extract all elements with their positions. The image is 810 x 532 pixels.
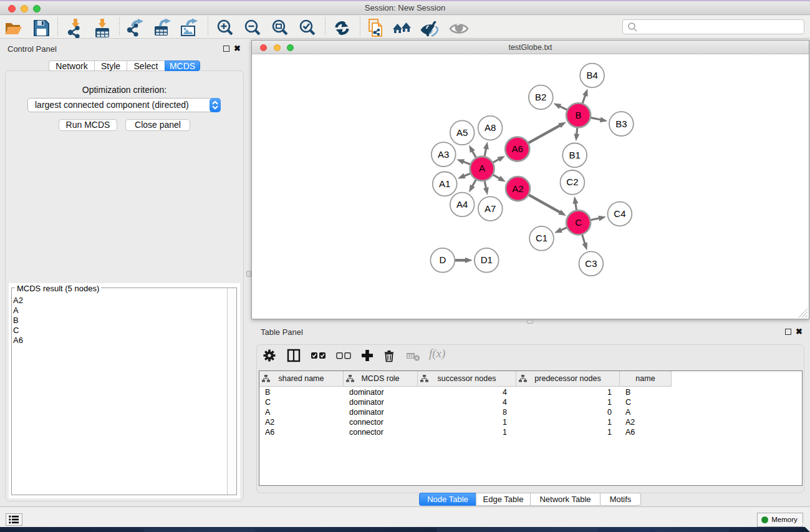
svg-text:A6: A6 [512, 143, 523, 154]
svg-text:C4: C4 [614, 208, 625, 219]
svg-text:A5: A5 [456, 127, 468, 138]
svg-text:A7: A7 [485, 203, 496, 214]
svg-text:A: A [479, 163, 485, 173]
svg-text:C: C [575, 217, 582, 228]
svg-text:B2: B2 [535, 92, 546, 102]
svg-text:A8: A8 [485, 122, 496, 133]
svg-text:B4: B4 [586, 70, 597, 80]
svg-text:B: B [576, 110, 582, 120]
svg-text:A3: A3 [438, 149, 449, 160]
svg-text:B1: B1 [569, 150, 581, 160]
svg-text:A1: A1 [439, 178, 450, 189]
svg-text:C1: C1 [536, 233, 547, 243]
svg-text:D1: D1 [481, 254, 493, 265]
svg-text:A4: A4 [456, 199, 468, 210]
svg-text:C2: C2 [566, 177, 578, 187]
svg-text:B3: B3 [615, 118, 627, 129]
svg-text:D: D [439, 254, 446, 265]
svg-text:A2: A2 [512, 183, 523, 194]
svg-text:C3: C3 [585, 258, 597, 269]
